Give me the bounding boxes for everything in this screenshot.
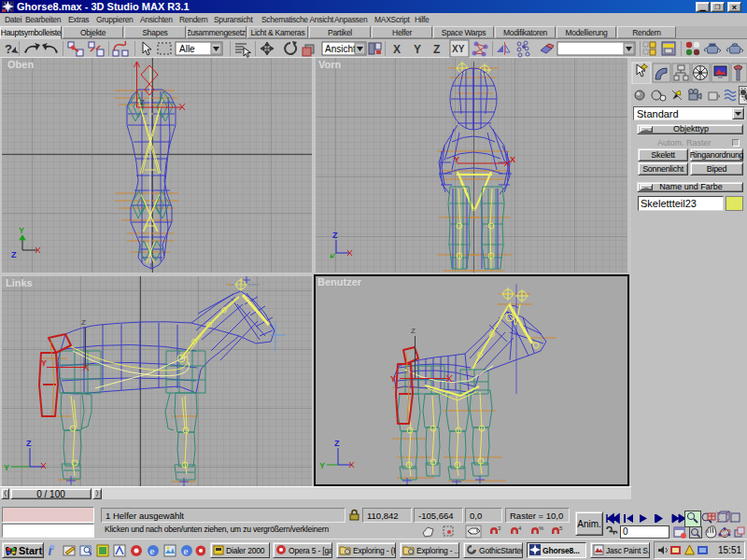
svg-text:?: ? [5,42,12,56]
svg-text:Z: Z [332,231,338,240]
svg-text:0: 0 [623,526,628,537]
svg-text:%: % [539,525,544,531]
svg-text:5: 5 [559,525,563,531]
svg-text:Z: Z [140,98,145,106]
svg-text:Z: Z [334,439,340,448]
svg-text:Y: Y [41,358,47,368]
svg-text:Y: Y [414,43,421,56]
svg-text:3: 3 [498,525,501,531]
svg-text:e: e [150,545,155,556]
svg-text:Z: Z [81,318,86,327]
svg-text:4: 4 [518,525,522,531]
svg-text:Z: Z [433,43,440,56]
svg-text:Y: Y [19,226,24,235]
svg-text:Z: Z [411,327,416,335]
svg-text:Ansicht: Ansicht [325,44,356,54]
svg-text:Y: Y [319,461,325,470]
svg-text:X: X [510,155,515,164]
svg-text:Z: Z [11,250,17,259]
svg-text:Y: Y [390,374,396,384]
svg-text:Y: Y [454,155,459,164]
svg-text:X: X [393,43,401,56]
svg-text:Y: Y [4,463,9,472]
svg-text:Z: Z [26,439,32,448]
svg-text:e: e [184,545,189,556]
svg-text:Alle: Alle [179,44,195,54]
svg-text:XY: XY [452,44,465,54]
